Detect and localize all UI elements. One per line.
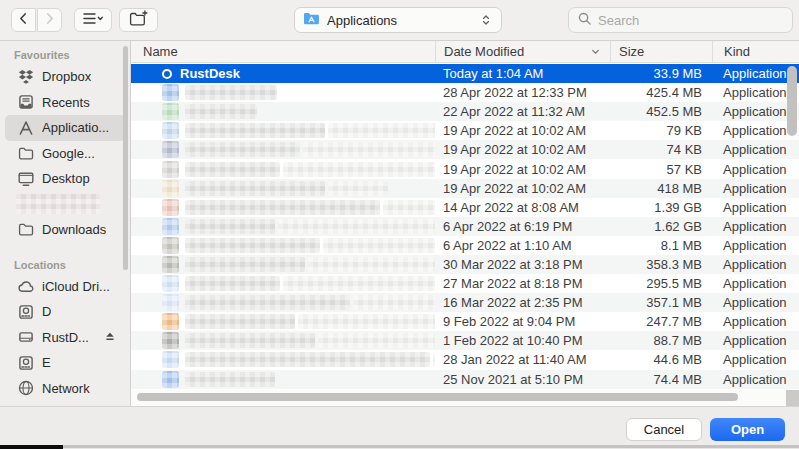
search-field[interactable] [568, 7, 793, 33]
recents-icon [16, 93, 36, 111]
file-row[interactable]: 27 Mar 2022 at 8:18 PM295.5 MBApplicatio… [131, 274, 799, 293]
file-row[interactable]: 16 Mar 2022 at 2:35 PM357.1 MBApplicatio… [131, 293, 799, 312]
redacted-file-name [185, 200, 380, 215]
folder-icon [16, 144, 36, 162]
sidebar-item-label: iCloud Dri... [42, 279, 110, 294]
forward-button[interactable] [37, 8, 62, 32]
size-cell: 295.5 MB [610, 276, 712, 291]
redacted-file-icon [162, 103, 179, 120]
redacted-file-icon [162, 122, 179, 139]
column-header-kind[interactable]: Kind [712, 41, 799, 62]
redacted-file-name [185, 104, 257, 119]
scrollbar-corner [786, 390, 799, 406]
sort-chevron-down-icon [589, 45, 602, 58]
back-button[interactable] [11, 8, 36, 32]
sidebar-item-network[interactable]: Network [5, 376, 125, 402]
sidebar-item-e[interactable]: E [5, 350, 125, 376]
sidebar-item-label: Google... [42, 146, 95, 161]
vertical-scrollbar[interactable] [787, 66, 797, 136]
sidebar-item-google[interactable]: Google... [5, 141, 125, 167]
date-modified-cell: 6 Apr 2022 at 1:10 AM [435, 238, 610, 253]
sidebar-item-label: Applicatio... [42, 120, 109, 135]
horizontal-scrollbar[interactable] [137, 393, 738, 401]
dropbox-icon [16, 68, 36, 86]
size-cell: 33.9 MB [610, 66, 712, 81]
file-row[interactable]: 28 Apr 2022 at 12:33 PM425.4 MBApplicati… [131, 83, 799, 102]
file-name-cell [131, 371, 435, 388]
file-row[interactable]: 19 Apr 2022 at 10:02 AM79 KBApplication [131, 121, 799, 140]
file-row[interactable]: 19 Apr 2022 at 10:02 AM74 KBApplication [131, 140, 799, 159]
file-name-cell [131, 199, 435, 216]
file-row[interactable]: 6 Apr 2022 at 6:19 PM1.62 GBApplication [131, 217, 799, 236]
search-input[interactable] [598, 13, 784, 28]
size-cell: 247.7 MB [610, 314, 712, 329]
size-cell: 452.5 MB [610, 104, 712, 119]
sidebar-item-dropbox[interactable]: Dropbox [5, 64, 125, 90]
redacted-file-name-extra [298, 314, 435, 329]
file-name-cell [131, 84, 435, 101]
sidebar-scrollbar[interactable] [123, 46, 128, 270]
sidebar-item-redacted[interactable] [5, 192, 125, 218]
file-row[interactable]: 25 Nov 2021 at 5:10 PM74.4 MBApplication [131, 370, 799, 389]
file-row[interactable]: 6 Apr 2022 at 1:10 AM8.1 MBApplication [131, 236, 799, 255]
sidebar-section-title: Favourites [0, 41, 130, 64]
background-window-edge [0, 445, 799, 449]
sidebar-item-rustd[interactable]: RustD... [5, 325, 125, 351]
sidebar-section-title: Locations [0, 243, 130, 274]
size-cell: 1.39 GB [610, 200, 712, 215]
column-header-date-modified[interactable]: Date Modified [435, 41, 610, 62]
location-dropdown[interactable]: Applications [294, 7, 502, 33]
size-cell: 418 MB [610, 181, 712, 196]
redacted-file-icon [162, 141, 179, 158]
new-folder-button[interactable] [119, 8, 158, 32]
redacted-file-name [185, 276, 280, 291]
file-name-cell [131, 332, 435, 349]
file-row[interactable]: 19 Apr 2022 at 10:02 AM57 KBApplication [131, 159, 799, 178]
redacted-file-name [185, 314, 295, 329]
redacted-file-icon [162, 218, 179, 235]
open-button[interactable]: Open [710, 418, 785, 441]
file-row[interactable]: 1 Feb 2022 at 10:40 PM88.7 MBApplication [131, 331, 799, 350]
size-cell: 425.4 MB [610, 85, 712, 100]
kind-cell: Application [712, 66, 799, 81]
redacted-file-name [185, 257, 305, 272]
folder-icon [16, 221, 36, 239]
file-row[interactable]: 30 Mar 2022 at 3:18 PM358.3 MBApplicatio… [131, 255, 799, 274]
file-row[interactable]: 28 Jan 2022 at 11:40 AM44.6 MBApplicatio… [131, 350, 799, 369]
size-cell: 357.1 MB [610, 295, 712, 310]
file-row[interactable]: 19 Apr 2022 at 10:02 AM418 MBApplication [131, 179, 799, 198]
sidebar-item-label: E [42, 355, 51, 370]
sidebar-item-label: Network [42, 381, 90, 396]
redacted-file-name [185, 352, 430, 367]
date-modified-cell: 6 Apr 2022 at 6:19 PM [435, 219, 610, 234]
redacted-file-icon [162, 294, 179, 311]
column-header-size[interactable]: Size [610, 41, 712, 62]
sidebar-item-desktop[interactable]: Desktop [5, 166, 125, 192]
size-cell: 88.7 MB [610, 333, 712, 348]
sidebar-item-downloads[interactable]: Downloads [5, 217, 125, 243]
file-row[interactable]: 22 Apr 2022 at 11:32 AM452.5 MBApplicati… [131, 102, 799, 121]
date-modified-cell: 27 Mar 2022 at 8:18 PM [435, 276, 610, 291]
kind-cell: Application [712, 219, 799, 234]
redacted-file-icon [162, 161, 179, 178]
cancel-button[interactable]: Cancel [626, 418, 702, 441]
file-row[interactable]: 9 Feb 2022 at 9:04 PM247.7 MBApplication [131, 312, 799, 331]
sidebar-item-applicatio[interactable]: Applicatio... [5, 115, 125, 141]
file-row[interactable]: RustDeskToday at 1:04 AM33.9 MBApplicati… [131, 64, 799, 83]
file-row[interactable]: 14 Apr 2022 at 8:08 AM1.39 GBApplication [131, 198, 799, 217]
network-icon [16, 379, 36, 397]
sidebar-item-label: RustD... [42, 330, 89, 345]
eject-icon[interactable] [103, 330, 117, 344]
sidebar-item-icloud-dri[interactable]: iCloud Dri... [5, 274, 125, 300]
redacted-file-icon [162, 84, 179, 101]
date-modified-cell: 19 Apr 2022 at 10:02 AM [435, 142, 610, 157]
dialog-footer: Cancel Open [0, 406, 799, 445]
sidebar-item-recents[interactable]: Recents [5, 90, 125, 116]
file-name: RustDesk [180, 66, 240, 81]
kind-cell: Application [712, 142, 799, 157]
view-options-button[interactable] [74, 8, 112, 32]
column-header-name[interactable]: Name [131, 41, 435, 62]
sidebar-item-d[interactable]: D [5, 299, 125, 325]
redacted-file-name [185, 181, 325, 196]
file-name-cell [131, 122, 435, 139]
